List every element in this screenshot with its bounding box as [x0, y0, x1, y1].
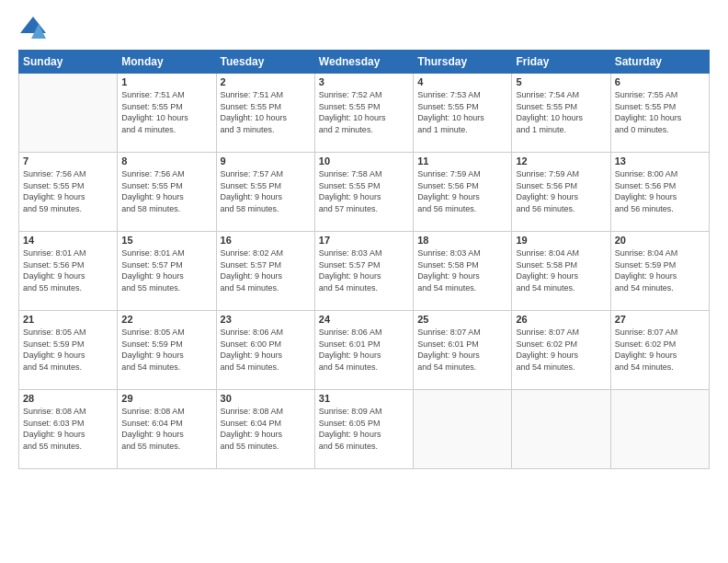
day-info: Sunrise: 8:05 AMSunset: 5:59 PMDaylight:…	[121, 327, 211, 373]
weekday-header: Wednesday	[314, 51, 413, 74]
calendar-week-row: 21Sunrise: 8:05 AMSunset: 5:59 PMDayligh…	[19, 311, 710, 390]
day-number: 3	[319, 76, 409, 87]
day-number: 16	[221, 235, 311, 246]
day-number: 24	[319, 314, 409, 325]
day-info: Sunrise: 8:05 AMSunset: 5:59 PMDaylight:…	[23, 327, 113, 373]
calendar-cell: 18Sunrise: 8:03 AMSunset: 5:58 PMDayligh…	[414, 232, 512, 311]
calendar-cell: 15Sunrise: 8:01 AMSunset: 5:57 PMDayligh…	[118, 232, 216, 311]
calendar-cell: 16Sunrise: 8:02 AMSunset: 5:57 PMDayligh…	[216, 232, 314, 311]
day-number: 23	[221, 314, 311, 325]
weekday-header: Friday	[512, 51, 610, 74]
calendar-cell: 22Sunrise: 8:05 AMSunset: 5:59 PMDayligh…	[118, 311, 216, 390]
day-number: 31	[319, 393, 409, 404]
calendar-cell: 2Sunrise: 7:51 AMSunset: 5:55 PMDaylight…	[216, 74, 314, 153]
logo-icon	[18, 15, 48, 40]
day-info: Sunrise: 7:54 AMSunset: 5:55 PMDaylight:…	[516, 89, 606, 135]
calendar-cell: 1Sunrise: 7:51 AMSunset: 5:55 PMDaylight…	[118, 74, 216, 153]
day-number: 25	[417, 314, 507, 325]
day-number: 7	[23, 155, 113, 167]
day-info: Sunrise: 8:03 AMSunset: 5:57 PMDaylight:…	[319, 247, 409, 293]
day-info: Sunrise: 7:56 AMSunset: 5:55 PMDaylight:…	[23, 168, 113, 214]
weekday-header: Sunday	[19, 51, 118, 74]
calendar-cell: 19Sunrise: 8:04 AMSunset: 5:58 PMDayligh…	[512, 232, 610, 311]
calendar-cell: 30Sunrise: 8:08 AMSunset: 6:04 PMDayligh…	[216, 390, 314, 469]
calendar-week-row: 1Sunrise: 7:51 AMSunset: 5:55 PMDaylight…	[19, 74, 710, 153]
day-info: Sunrise: 8:04 AMSunset: 5:58 PMDaylight:…	[516, 247, 606, 293]
day-number: 20	[615, 235, 705, 246]
day-info: Sunrise: 7:52 AMSunset: 5:55 PMDaylight:…	[319, 89, 409, 135]
day-number: 29	[121, 393, 211, 404]
day-info: Sunrise: 7:53 AMSunset: 5:55 PMDaylight:…	[417, 89, 507, 135]
day-info: Sunrise: 8:07 AMSunset: 6:02 PMDaylight:…	[615, 327, 705, 373]
day-number: 28	[23, 393, 113, 404]
calendar-cell: 9Sunrise: 7:57 AMSunset: 5:55 PMDaylight…	[216, 153, 314, 232]
svg-marker-0	[20, 17, 46, 33]
calendar-cell: 21Sunrise: 8:05 AMSunset: 5:59 PMDayligh…	[19, 311, 118, 390]
day-info: Sunrise: 7:56 AMSunset: 5:55 PMDaylight:…	[121, 168, 211, 214]
calendar-cell: 8Sunrise: 7:56 AMSunset: 5:55 PMDaylight…	[118, 153, 216, 232]
day-info: Sunrise: 8:02 AMSunset: 5:57 PMDaylight:…	[221, 247, 311, 293]
day-info: Sunrise: 8:08 AMSunset: 6:04 PMDaylight:…	[221, 406, 311, 452]
day-number: 5	[516, 76, 606, 87]
calendar-cell: 27Sunrise: 8:07 AMSunset: 6:02 PMDayligh…	[610, 311, 709, 390]
day-info: Sunrise: 8:08 AMSunset: 6:04 PMDaylight:…	[121, 406, 211, 452]
calendar-cell: 28Sunrise: 8:08 AMSunset: 6:03 PMDayligh…	[19, 390, 118, 469]
day-number: 30	[221, 393, 311, 404]
day-number: 10	[319, 155, 409, 167]
calendar: SundayMondayTuesdayWednesdayThursdayFrid…	[18, 50, 710, 552]
day-info: Sunrise: 7:57 AMSunset: 5:55 PMDaylight:…	[221, 168, 311, 214]
calendar-cell: 5Sunrise: 7:54 AMSunset: 5:55 PMDaylight…	[512, 74, 610, 153]
day-number: 2	[221, 76, 311, 87]
day-number: 21	[23, 314, 113, 325]
day-info: Sunrise: 8:06 AMSunset: 6:00 PMDaylight:…	[221, 327, 311, 373]
calendar-cell: 10Sunrise: 7:58 AMSunset: 5:55 PMDayligh…	[314, 153, 413, 232]
calendar-cell: 25Sunrise: 8:07 AMSunset: 6:01 PMDayligh…	[414, 311, 512, 390]
calendar-cell: 13Sunrise: 8:00 AMSunset: 5:56 PMDayligh…	[610, 153, 709, 232]
calendar-cell	[19, 74, 118, 153]
calendar-cell: 6Sunrise: 7:55 AMSunset: 5:55 PMDaylight…	[610, 74, 709, 153]
day-number: 8	[121, 155, 211, 167]
weekday-header-row: SundayMondayTuesdayWednesdayThursdayFrid…	[19, 51, 710, 74]
calendar-cell: 24Sunrise: 8:06 AMSunset: 6:01 PMDayligh…	[314, 311, 413, 390]
day-number: 18	[417, 235, 507, 246]
calendar-week-row: 7Sunrise: 7:56 AMSunset: 5:55 PMDaylight…	[19, 153, 710, 232]
day-info: Sunrise: 8:04 AMSunset: 5:59 PMDaylight:…	[615, 247, 705, 293]
calendar-week-row: 14Sunrise: 8:01 AMSunset: 5:56 PMDayligh…	[19, 232, 710, 311]
day-number: 12	[516, 155, 606, 167]
day-number: 19	[516, 235, 606, 246]
calendar-cell: 17Sunrise: 8:03 AMSunset: 5:57 PMDayligh…	[314, 232, 413, 311]
weekday-header: Saturday	[610, 51, 709, 74]
calendar-cell: 4Sunrise: 7:53 AMSunset: 5:55 PMDaylight…	[414, 74, 512, 153]
day-info: Sunrise: 8:00 AMSunset: 5:56 PMDaylight:…	[615, 168, 705, 214]
weekday-header: Thursday	[414, 51, 512, 74]
day-number: 1	[121, 76, 211, 87]
calendar-cell: 26Sunrise: 8:07 AMSunset: 6:02 PMDayligh…	[512, 311, 610, 390]
weekday-header: Monday	[118, 51, 216, 74]
calendar-cell: 12Sunrise: 7:59 AMSunset: 5:56 PMDayligh…	[512, 153, 610, 232]
day-info: Sunrise: 7:59 AMSunset: 5:56 PMDaylight:…	[516, 168, 606, 214]
weekday-header: Tuesday	[216, 51, 314, 74]
day-number: 6	[615, 76, 705, 87]
day-info: Sunrise: 8:03 AMSunset: 5:58 PMDaylight:…	[417, 247, 507, 293]
calendar-cell	[512, 390, 610, 469]
day-number: 14	[23, 235, 113, 246]
day-info: Sunrise: 7:55 AMSunset: 5:55 PMDaylight:…	[615, 89, 705, 135]
day-number: 17	[319, 235, 409, 246]
calendar-cell	[610, 390, 709, 469]
day-info: Sunrise: 8:06 AMSunset: 6:01 PMDaylight:…	[319, 327, 409, 373]
calendar-cell: 7Sunrise: 7:56 AMSunset: 5:55 PMDaylight…	[19, 153, 118, 232]
day-info: Sunrise: 8:07 AMSunset: 6:02 PMDaylight:…	[516, 327, 606, 373]
day-number: 26	[516, 314, 606, 325]
day-number: 4	[417, 76, 507, 87]
day-number: 15	[121, 235, 211, 246]
day-number: 13	[615, 155, 705, 167]
day-info: Sunrise: 7:51 AMSunset: 5:55 PMDaylight:…	[221, 89, 311, 135]
calendar-cell: 31Sunrise: 8:09 AMSunset: 6:05 PMDayligh…	[314, 390, 413, 469]
calendar-table: SundayMondayTuesdayWednesdayThursdayFrid…	[18, 50, 710, 469]
day-info: Sunrise: 8:01 AMSunset: 5:56 PMDaylight:…	[23, 247, 113, 293]
day-number: 22	[121, 314, 211, 325]
calendar-cell	[414, 390, 512, 469]
day-info: Sunrise: 7:51 AMSunset: 5:55 PMDaylight:…	[121, 89, 211, 135]
calendar-cell: 29Sunrise: 8:08 AMSunset: 6:04 PMDayligh…	[118, 390, 216, 469]
calendar-week-row: 28Sunrise: 8:08 AMSunset: 6:03 PMDayligh…	[19, 390, 710, 469]
